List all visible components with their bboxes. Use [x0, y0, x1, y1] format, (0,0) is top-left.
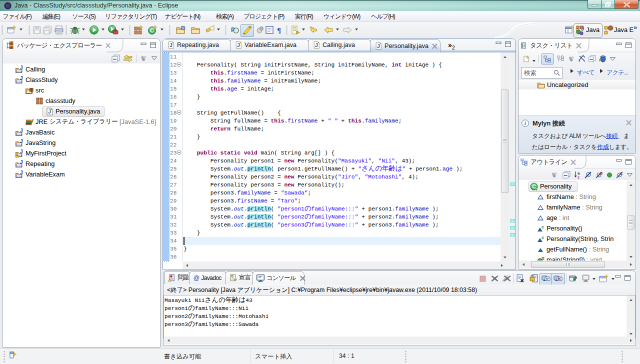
svg-text:J: J — [20, 128, 23, 134]
svg-text:J: J — [20, 160, 23, 165]
svg-text:J: J — [20, 66, 23, 70]
svg-text:J: J — [237, 42, 240, 48]
svg-text:¶: ¶ — [277, 26, 281, 34]
svg-text:S: S — [542, 256, 544, 261]
svg-text:z: z — [578, 175, 580, 179]
svg-text:C: C — [532, 184, 536, 190]
svg-text:J: J — [20, 170, 23, 176]
svg-text:i: i — [524, 120, 526, 126]
svg-text:J: J — [20, 139, 23, 144]
svg-text:J: J — [377, 43, 380, 49]
svg-text:J: J — [20, 150, 23, 154]
svg-text:c: c — [542, 235, 544, 240]
svg-text:C: C — [150, 28, 154, 34]
svg-text:J: J — [315, 42, 318, 48]
svg-text:J: J — [581, 26, 584, 32]
svg-text:c: c — [542, 224, 544, 230]
svg-text:J: J — [48, 109, 51, 114]
svg-text:J: J — [20, 76, 23, 81]
svg-text:J: J — [170, 42, 172, 48]
